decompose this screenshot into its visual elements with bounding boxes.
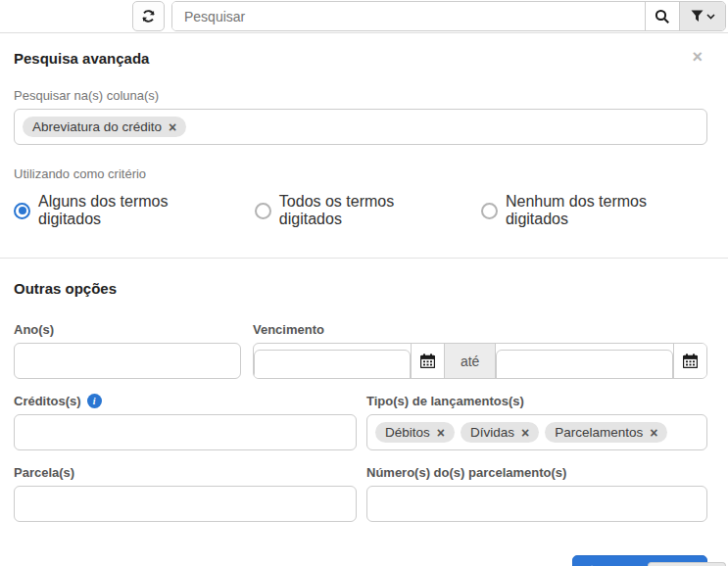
- parcela-label: Parcela(s): [14, 465, 357, 480]
- vencimento-range-group: até: [253, 343, 707, 379]
- tag-remove-icon[interactable]: ×: [437, 426, 445, 440]
- numero-parcelamento-field: Número(s) do(s) parcelamento(s): [366, 465, 707, 522]
- close-icon[interactable]: ×: [692, 50, 707, 64]
- refresh-button[interactable]: [132, 1, 165, 31]
- tag-debitos: Débitos ×: [375, 422, 455, 443]
- numero-parcelamento-input[interactable]: [366, 486, 707, 522]
- search-icon: [655, 9, 670, 24]
- tag-label: Débitos: [385, 425, 430, 440]
- search-input-group: [171, 1, 726, 31]
- advanced-search-panel: Pesquisa avançada × Pesquisar na(s) colu…: [0, 33, 728, 566]
- top-search-bar: [0, 0, 728, 33]
- vencimento-label: Vencimento: [253, 322, 707, 337]
- columns-tag-input[interactable]: Abreviatura do crédito ×: [14, 109, 707, 145]
- tag-label: Abreviatura do crédito: [32, 119, 162, 134]
- anos-label: Ano(s): [14, 322, 241, 337]
- radio-label: Alguns dos termos digitados: [38, 193, 229, 228]
- tag-remove-icon[interactable]: ×: [521, 426, 529, 440]
- vencimento-field: Vencimento: [253, 322, 707, 379]
- tag-abreviatura-do-credito: Abreviatura do crédito ×: [23, 117, 186, 137]
- calendar-from-button[interactable]: [411, 344, 444, 378]
- search-submit-button[interactable]: [645, 2, 679, 30]
- creditos-input[interactable]: [14, 414, 357, 450]
- criteria-radio-group: Alguns dos termos digitados Todos os ter…: [14, 193, 707, 228]
- calendar-icon: [683, 354, 698, 368]
- tag-label: Dívidas: [470, 425, 514, 440]
- tipos-field: Tipo(s) de lançamentos(s) Débitos × Dívi…: [366, 394, 707, 450]
- radio-circle[interactable]: [255, 203, 271, 219]
- tag-dividas: Dívidas ×: [461, 422, 539, 443]
- refresh-icon: [141, 9, 156, 24]
- filter-icon: [691, 10, 704, 23]
- vencimento-from-input[interactable]: [254, 350, 411, 379]
- tag-remove-icon[interactable]: ×: [169, 120, 176, 134]
- radio-circle[interactable]: [481, 203, 498, 219]
- columns-field-label: Pesquisar na(s) coluna(s): [14, 88, 707, 103]
- criteria-label: Utilizando como critério: [14, 166, 707, 181]
- tipos-tag-input[interactable]: Débitos × Dívidas × Parcelamentos ×: [366, 414, 707, 450]
- parcela-input[interactable]: [14, 486, 357, 522]
- search-input[interactable]: [172, 2, 645, 30]
- numero-parcelamento-label: Número(s) do(s) parcelamento(s): [366, 465, 707, 480]
- radio-alguns-dos-termos[interactable]: Alguns dos termos digitados: [14, 193, 229, 228]
- tag-label: Parcelamentos: [555, 425, 643, 440]
- creditos-label: Créditos(s): [14, 394, 81, 408]
- radio-todos-os-termos[interactable]: Todos os termos digitados: [255, 193, 456, 228]
- radio-label: Todos os termos digitados: [279, 193, 456, 228]
- calendar-icon: [420, 354, 435, 368]
- ate-addon-label: até: [444, 344, 496, 378]
- other-options-title: Outras opções: [14, 280, 707, 297]
- vencimento-to-input[interactable]: [496, 350, 673, 379]
- info-icon[interactable]: i: [87, 394, 102, 408]
- parcela-field: Parcela(s): [14, 465, 357, 522]
- tag-parcelamentos: Parcelamentos ×: [545, 422, 667, 443]
- section-divider: [0, 258, 728, 259]
- filter-dropdown-button[interactable]: [679, 2, 725, 30]
- radio-label: Nenhum dos termos digitados: [506, 193, 707, 228]
- cutoff-bottom-button[interactable]: [648, 562, 726, 566]
- chevron-down-icon: [706, 14, 715, 20]
- panel-title: Pesquisa avançada: [14, 50, 149, 67]
- anos-field: Ano(s): [14, 322, 241, 379]
- tipos-label: Tipo(s) de lançamentos(s): [366, 394, 707, 408]
- anos-input[interactable]: [14, 343, 241, 379]
- tag-remove-icon[interactable]: ×: [650, 426, 657, 440]
- calendar-to-button[interactable]: [673, 344, 706, 378]
- creditos-field: Créditos(s) i: [14, 394, 357, 450]
- radio-nenhum-dos-termos[interactable]: Nenhum dos termos digitados: [481, 193, 707, 228]
- radio-circle[interactable]: [14, 203, 30, 219]
